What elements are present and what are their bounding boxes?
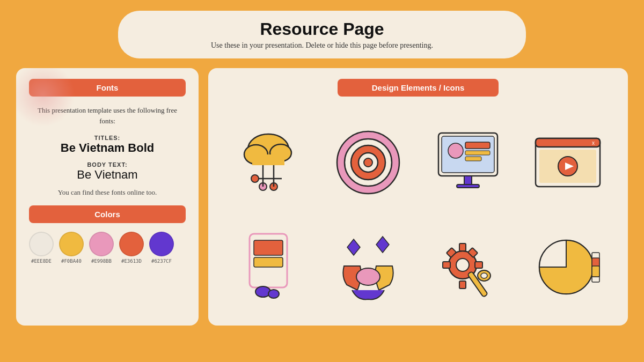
title-font-item: TITLES: Be Vietnam Bold — [29, 135, 186, 155]
colors-badge: Colors — [29, 205, 186, 223]
pie-chart-icon — [533, 228, 603, 304]
svg-rect-42 — [459, 281, 466, 289]
icon-cell-monitor — [421, 114, 515, 212]
svg-rect-33 — [254, 257, 283, 267]
svg-point-40 — [456, 258, 469, 271]
svg-rect-26 — [536, 138, 600, 147]
fonts-badge: Fonts — [29, 79, 186, 97]
fonts-online-text: You can find these fonts online too. — [29, 188, 186, 197]
main-content: Fonts This presentation template uses th… — [16, 68, 628, 326]
cloud-icon — [233, 125, 303, 200]
color-swatch: #E3613D — [119, 232, 144, 264]
svg-rect-53 — [592, 266, 599, 277]
handshake-icon — [333, 228, 403, 304]
svg-rect-21 — [465, 151, 490, 155]
icon-cell-cloud — [221, 114, 316, 212]
body-font-item: BODY TEXT: Be Vietnam — [29, 161, 186, 182]
swatch-circle — [29, 232, 54, 256]
swatch-circle — [149, 232, 174, 256]
svg-rect-44 — [475, 262, 482, 268]
svg-point-16 — [364, 158, 372, 167]
icon-cell-gear — [421, 217, 515, 315]
svg-rect-41 — [459, 243, 466, 251]
monitor-icon — [433, 125, 503, 200]
body-font-label: BODY TEXT: — [29, 161, 186, 168]
color-swatch: #E998BB — [89, 232, 114, 264]
title-font-label: TITLES: — [29, 135, 186, 141]
icon-cell-browser: x — [521, 114, 615, 212]
icons-grid: x — [221, 114, 615, 315]
swatch-hex-label: #F0BA40 — [61, 258, 82, 264]
svg-point-35 — [268, 290, 279, 298]
header-card: Resource Page Use these in your presenta… — [118, 11, 526, 58]
title-font-name: Be Vietnam Bold — [29, 141, 186, 155]
fonts-description: This presentation template uses the foll… — [29, 105, 186, 126]
svg-rect-22 — [465, 157, 481, 161]
body-font-name: Be Vietnam — [29, 168, 186, 182]
right-panel: Design Elements / Icons — [208, 68, 628, 326]
swatch-circle — [59, 232, 84, 256]
design-elements-badge: Design Elements / Icons — [338, 79, 499, 97]
swatch-hex-label: #E3613D — [121, 258, 142, 264]
svg-rect-3 — [252, 154, 284, 165]
svg-point-19 — [448, 143, 463, 158]
mobile-icon — [233, 228, 303, 304]
left-panel: Fonts This presentation template uses th… — [16, 68, 199, 326]
target-icon — [333, 125, 403, 200]
icon-cell-mobile — [221, 217, 316, 315]
color-swatch: #6237CF — [149, 232, 174, 264]
icon-cell-piechart — [521, 217, 615, 315]
icon-cell-handshake — [321, 217, 415, 315]
page-title: Resource Page — [150, 19, 494, 39]
svg-rect-43 — [443, 262, 450, 268]
svg-point-38 — [356, 268, 380, 285]
svg-rect-23 — [464, 176, 472, 184]
colors-swatches: #EEE8DE#F0BA40#E998BB#E3613D#6237CF — [29, 232, 186, 264]
swatch-hex-label: #6237CF — [151, 258, 172, 264]
page-subtitle: Use these in your presentation. Delete o… — [150, 41, 494, 50]
swatch-hex-label: #EEE8DE — [31, 258, 52, 264]
swatch-hex-label: #E998BB — [91, 258, 112, 264]
color-swatch: #F0BA40 — [59, 232, 84, 264]
svg-point-7 — [251, 175, 259, 182]
svg-rect-24 — [457, 184, 479, 188]
svg-rect-20 — [465, 142, 490, 149]
svg-point-49 — [481, 273, 487, 278]
icon-cell-target — [321, 114, 415, 212]
swatch-circle — [89, 232, 114, 256]
svg-marker-37 — [376, 237, 389, 253]
svg-marker-36 — [347, 239, 360, 255]
gear-icon — [433, 228, 503, 304]
svg-rect-32 — [254, 240, 283, 255]
svg-text:x: x — [592, 140, 595, 146]
swatch-circle — [119, 232, 144, 256]
color-swatch: #EEE8DE — [29, 232, 54, 264]
browser-icon: x — [533, 125, 603, 200]
